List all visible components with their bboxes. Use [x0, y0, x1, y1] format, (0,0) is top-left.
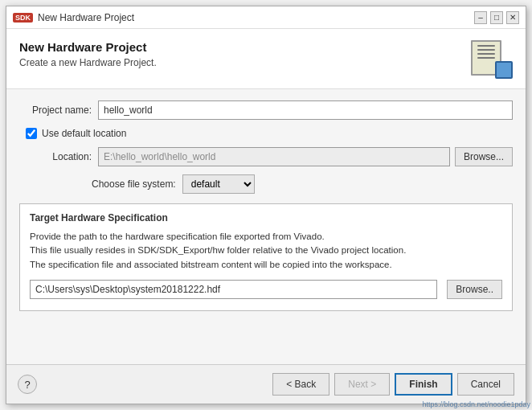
dialog-footer: ? < Back Next > Finish Cancel [6, 364, 526, 404]
chip-icon [495, 61, 513, 79]
dialog-subtitle: Create a new Hardware Project. [19, 57, 157, 68]
target-group-title: Target Hardware Specification [30, 212, 502, 223]
icon-line-4 [477, 57, 495, 59]
finish-button[interactable]: Finish [395, 373, 452, 396]
location-label: Location: [19, 151, 92, 162]
target-browse-button[interactable]: Browse.. [447, 280, 502, 299]
title-bar-left: SDK New Hardware Project [13, 12, 134, 23]
help-button[interactable]: ? [18, 375, 37, 394]
title-bar-controls: – □ ✕ [474, 11, 519, 24]
icon-line-2 [477, 49, 495, 51]
use-default-location-checkbox[interactable] [26, 128, 37, 139]
filesystem-row: Choose file system: default [92, 174, 513, 194]
use-default-location-row: Use default location [26, 128, 513, 139]
title-bar: SDK New Hardware Project – □ ✕ [6, 6, 526, 29]
target-desc-line1: Provide the path to the hardware specifi… [30, 232, 325, 241]
dialog-icon [471, 40, 513, 79]
target-desc-line3: The specification file and associated bi… [30, 260, 392, 269]
target-path-input[interactable] [30, 280, 437, 299]
dialog-window: SDK New Hardware Project – □ ✕ New Hardw… [6, 6, 526, 404]
project-name-input[interactable] [98, 100, 513, 120]
icon-line-3 [477, 53, 495, 55]
location-browse-button[interactable]: Browse... [455, 147, 513, 166]
dialog-body: Project name: Use default location Locat… [6, 89, 526, 364]
close-button[interactable]: ✕ [506, 11, 519, 24]
dialog-header-text: New Hardware Project Create a new Hardwa… [19, 40, 157, 68]
target-path-row: Browse.. [30, 280, 502, 299]
use-default-location-label: Use default location [42, 128, 126, 139]
filesystem-select[interactable]: default [182, 174, 255, 194]
sdk-badge: SDK [13, 13, 33, 23]
footer-buttons: < Back Next > Finish Cancel [272, 373, 514, 396]
dialog-title: New Hardware Project [19, 40, 157, 54]
maximize-button[interactable]: □ [490, 11, 503, 24]
location-input[interactable] [98, 147, 450, 166]
cancel-button[interactable]: Cancel [457, 373, 514, 396]
filesystem-label: Choose file system: [92, 178, 176, 190]
next-button[interactable]: Next > [334, 373, 390, 396]
target-hardware-group: Target Hardware Specification Provide th… [19, 203, 513, 311]
back-button[interactable]: < Back [272, 373, 329, 396]
dialog-header: New Hardware Project Create a new Hardwa… [6, 29, 526, 89]
project-name-label: Project name: [19, 105, 92, 116]
project-name-row: Project name: [19, 100, 513, 120]
target-desc: Provide the path to the hardware specifi… [30, 230, 502, 272]
title-bar-title: New Hardware Project [38, 12, 134, 23]
icon-line-1 [477, 45, 495, 47]
target-desc-line2: This file usually resides in SDK/SDK_Exp… [30, 245, 406, 255]
minimize-button[interactable]: – [474, 11, 487, 24]
location-row: Location: Browse... [19, 147, 513, 166]
